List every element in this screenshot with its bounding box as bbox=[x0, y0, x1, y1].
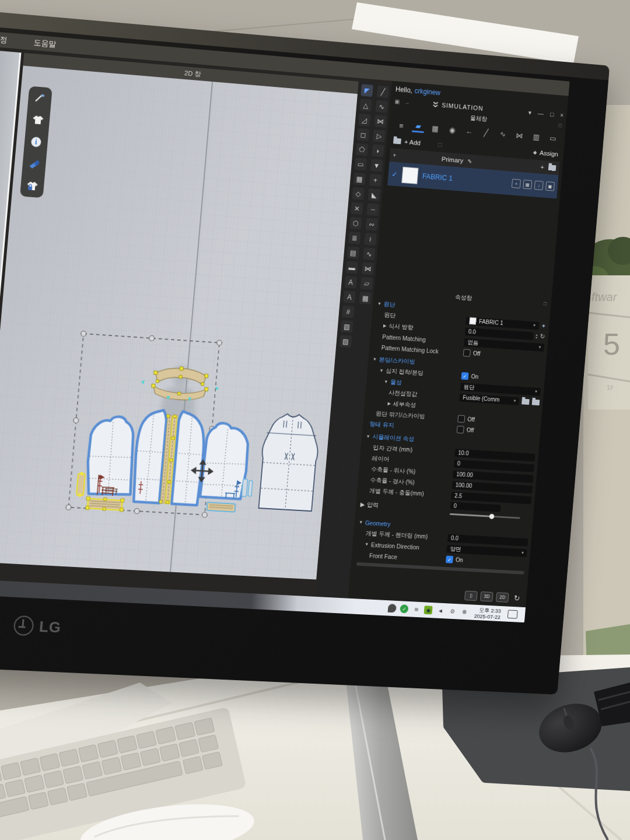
add-button[interactable]: + Add bbox=[404, 138, 421, 146]
shirt-sim-tool[interactable]: ▼ bbox=[370, 159, 383, 172]
save-icon[interactable]: ↓ bbox=[534, 181, 544, 191]
fold-arrangement-tool[interactable]: ◣ bbox=[368, 188, 381, 201]
text-style-tool[interactable]: A bbox=[343, 290, 356, 303]
arrow-icon[interactable]: ▼ bbox=[359, 520, 363, 525]
notification-icon[interactable] bbox=[508, 610, 518, 618]
edit-sew-tool[interactable]: ▷ bbox=[373, 130, 385, 142]
arrow-icon[interactable]: ▼ bbox=[366, 434, 370, 439]
save-folder-icon[interactable] bbox=[532, 399, 540, 405]
jump-icon[interactable]: → bbox=[404, 99, 410, 105]
tab-topstitch[interactable]: ∿ bbox=[496, 127, 510, 141]
shape-retention-checkbox[interactable] bbox=[457, 426, 464, 433]
stitch-measure-tool[interactable]: ≀ bbox=[364, 233, 377, 246]
arrow-icon[interactable]: ▼ bbox=[379, 368, 384, 373]
volume-icon[interactable]: ◄ bbox=[436, 606, 444, 615]
arrow-icon[interactable]: ▶ bbox=[383, 323, 387, 328]
transform-pattern-tool[interactable]: ◤ bbox=[360, 84, 373, 97]
pin-tool[interactable]: + bbox=[369, 174, 382, 187]
seam-allowance-tool[interactable]: ≣ bbox=[348, 232, 361, 244]
wifi-icon[interactable]: ≋ bbox=[412, 605, 421, 614]
arrow-icon[interactable]: ▼ bbox=[377, 301, 382, 306]
polygon-pattern-tool[interactable]: ⬠ bbox=[356, 143, 369, 156]
shirt-lock-icon[interactable] bbox=[25, 178, 40, 194]
close-button[interactable]: × bbox=[560, 111, 564, 119]
tab-fabric[interactable]: ▰ bbox=[411, 120, 425, 134]
simulation-button[interactable]: SIMULATION bbox=[432, 101, 484, 112]
minimize-button[interactable]: — bbox=[537, 110, 544, 117]
menu-item-0[interactable]: 정 bbox=[0, 34, 8, 46]
pressure-slider[interactable] bbox=[450, 513, 520, 519]
edit-pencil-icon[interactable]: ✎ bbox=[467, 158, 473, 164]
tab-zipper[interactable]: ▭ bbox=[546, 131, 560, 145]
zigzag-stitch-tool[interactable]: ∿ bbox=[363, 247, 376, 260]
arrow-icon[interactable]: ▼ bbox=[365, 541, 369, 547]
steam-iron-tool[interactable]: ◗ bbox=[372, 144, 384, 157]
property-window-options-icon[interactable]: □ bbox=[544, 301, 547, 307]
menu-item-1[interactable]: 도움말 bbox=[33, 37, 57, 50]
assign-button[interactable]: ◆ Assign bbox=[533, 149, 559, 158]
grading-tool[interactable]: ▧ bbox=[341, 320, 354, 333]
reset-icon[interactable]: ↻ bbox=[540, 332, 545, 340]
restore-button[interactable]: □ bbox=[550, 110, 554, 118]
add-point-tool[interactable]: ◻ bbox=[357, 128, 370, 141]
spinner-icon[interactable]: ▴▾ bbox=[536, 333, 538, 339]
viewport-3d-button[interactable]: 3D bbox=[480, 591, 494, 601]
pattern-piece-right-band[interactable] bbox=[206, 502, 235, 512]
tab-list[interactable]: ≡ bbox=[394, 118, 408, 133]
chat-icon[interactable] bbox=[388, 604, 397, 612]
viewport-split-button[interactable]: ▯ bbox=[464, 590, 478, 601]
pressure-value[interactable]: 0 bbox=[450, 502, 501, 512]
edit-curvature-tool[interactable]: ◿ bbox=[358, 114, 371, 127]
tab-graphic[interactable]: ▦ bbox=[428, 121, 442, 135]
dart-tool[interactable]: ◇ bbox=[352, 187, 365, 200]
edit-pattern-tool[interactable]: △ bbox=[359, 99, 372, 111]
fabric-roll-icon[interactable] bbox=[27, 156, 42, 172]
fabric-skiving-checkbox[interactable] bbox=[457, 415, 465, 422]
puckering-tool[interactable]: ⋈ bbox=[362, 262, 374, 275]
pattern-piece-small-strip-left[interactable] bbox=[76, 472, 85, 497]
pattern-matching-lock-checkbox[interactable] bbox=[463, 349, 471, 356]
internal-polygon-tool[interactable]: ▦ bbox=[353, 173, 366, 186]
copy-icon[interactable]: □ bbox=[438, 141, 442, 149]
front-face-checkbox[interactable]: ✓ bbox=[446, 555, 453, 563]
free-sew-tool[interactable]: ∿ bbox=[376, 100, 388, 113]
safely-remove-icon[interactable]: ⊗ bbox=[460, 607, 468, 616]
arrow-icon[interactable]: ▶ bbox=[360, 501, 365, 508]
quilt-tool[interactable]: ▦ bbox=[359, 292, 372, 304]
needle-3d-pen-icon[interactable] bbox=[33, 90, 48, 106]
segment-sew-tool[interactable]: ╱ bbox=[377, 85, 389, 98]
duplicate-icon[interactable]: ▣ bbox=[545, 181, 555, 191]
open-folder-icon[interactable] bbox=[522, 398, 530, 404]
tab-puckering[interactable]: ⋈ bbox=[513, 128, 527, 142]
info-icon[interactable]: i bbox=[29, 135, 44, 150]
pattern-canvas[interactable] bbox=[0, 66, 358, 580]
viewport-2d-button[interactable]: 2D bbox=[496, 592, 509, 603]
pressure-slider-knob[interactable] bbox=[489, 513, 494, 519]
panel-mini-icons[interactable]: ▣→ bbox=[394, 98, 414, 106]
network-off-icon[interactable]: ⊘ bbox=[448, 607, 457, 615]
security-shield-icon[interactable]: ✓ bbox=[400, 604, 409, 613]
tab-buttonhole[interactable]: ← bbox=[462, 124, 476, 138]
topstitch-free-tool[interactable]: ∾ bbox=[365, 218, 378, 231]
flatten-tool[interactable]: ▱ bbox=[360, 277, 373, 290]
panel-dropdown[interactable]: ▾ bbox=[528, 108, 531, 116]
topstitch-tool[interactable]: ┄ bbox=[367, 203, 380, 216]
dock-icon[interactable]: ▣ bbox=[394, 98, 400, 104]
rectangle-pattern-tool[interactable]: ▭ bbox=[355, 158, 368, 170]
2d-canvas[interactable]: i bbox=[0, 66, 358, 580]
add-folder-icon[interactable] bbox=[393, 138, 401, 145]
print-layout-tool[interactable]: ▨ bbox=[340, 335, 352, 348]
ruler-tool[interactable]: ▬ bbox=[346, 261, 359, 274]
nvidia-icon[interactable]: ◉ bbox=[424, 606, 433, 614]
pleat-tool[interactable]: # bbox=[342, 305, 355, 318]
tape-measure-tool[interactable]: ▤ bbox=[347, 246, 360, 259]
arrow-icon[interactable]: ▶ bbox=[387, 401, 391, 406]
add-item-icon[interactable]: + bbox=[540, 163, 544, 170]
folder-icon[interactable] bbox=[548, 164, 556, 171]
text-tool[interactable]: A bbox=[344, 276, 357, 289]
arrow-icon[interactable]: ▼ bbox=[384, 379, 388, 384]
username[interactable]: crkginew bbox=[414, 87, 440, 97]
tab-stitch[interactable]: ╱ bbox=[479, 125, 493, 140]
gear-icon[interactable]: ✦ bbox=[541, 323, 547, 329]
fabric-swatch[interactable] bbox=[401, 166, 419, 184]
